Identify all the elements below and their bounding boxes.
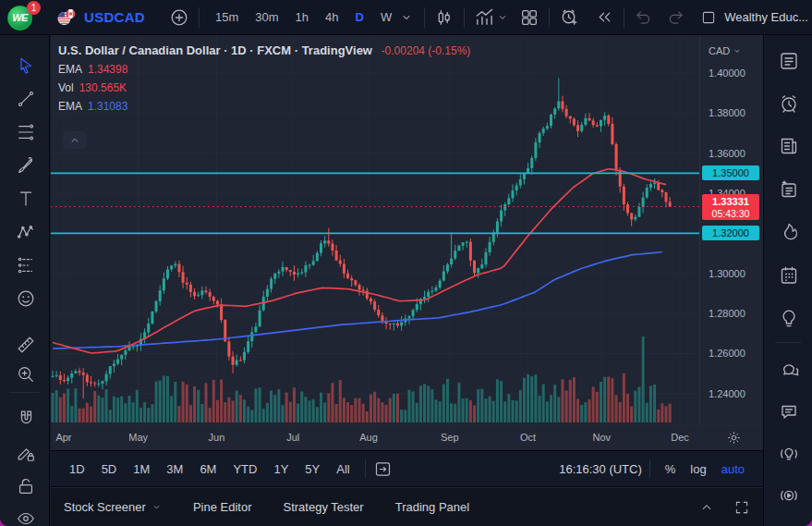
tradingview-window: WE 1 [0,0,812,526]
indicator-legend-row[interactable]: Vol130.565K [58,81,470,94]
price-tick: 1.40000 [709,67,745,79]
news-icon [778,135,800,157]
dialogs-icon [778,401,800,423]
tool-brush[interactable] [12,152,40,179]
tool-xabcd-pattern[interactable] [12,218,40,246]
emoji-icon [16,288,36,309]
range-1y[interactable]: 1Y [266,459,296,480]
tool-text-tool[interactable] [12,185,40,213]
drawing-tools-rail [0,35,50,526]
symbol-name: USDCAD [84,9,145,25]
timeframe-D[interactable]: D [349,6,370,28]
tool-magnet[interactable] [12,405,40,433]
range-6m[interactable]: 6M [192,459,224,480]
range-1m[interactable]: 1M [126,459,157,480]
symbol-selector[interactable]: USDCAD [55,6,145,29]
auto-scale-button[interactable]: auto [714,459,752,479]
tool-ruler[interactable] [12,331,40,359]
drawing-lock-icon [16,443,36,463]
legend-collapse-button[interactable] [63,131,87,149]
timeframe-W[interactable]: W [374,6,398,28]
bar-countdown: 05:43:30 [702,208,759,220]
watchlist-icon [778,50,800,72]
statusbar-pine-editor[interactable]: Pine Editor [193,500,252,514]
layout-name[interactable]: Wealthy Educ... [724,10,808,24]
range-5y[interactable]: 5Y [297,459,327,480]
timeframe-15m[interactable]: 15m [209,6,245,28]
chart-type-candles-icon[interactable] [434,7,454,28]
tool-emoji[interactable] [12,285,40,312]
statusbar-trading-panel[interactable]: Trading Panel [395,500,469,514]
panel-alerts[interactable] [774,89,803,117]
axis-settings-sun-icon[interactable] [726,430,742,446]
create-alert-icon[interactable] [559,6,580,28]
range-3m[interactable]: 3M [159,459,190,480]
indicator-legend-row[interactable]: EMA1.34398 [58,63,470,76]
go-to-date-icon[interactable] [373,459,393,479]
save-layout-checkbox-icon[interactable] [700,9,717,26]
indicator-value: 1.34398 [88,63,127,76]
panel-calendar[interactable] [774,261,803,289]
redo-icon[interactable] [666,7,685,27]
timeframe-4h[interactable]: 4h [319,6,345,28]
bar-replay-icon[interactable] [595,7,614,27]
toolbar-separator [649,459,650,478]
time-axis[interactable]: AprMayJunJulAugSepOctNovDec [51,425,763,450]
indicators-chevron-down-icon[interactable] [495,10,510,25]
undo-icon[interactable] [634,7,653,27]
percent-scale-button[interactable]: % [658,459,684,479]
tool-hide-all[interactable] [12,505,40,526]
panel-ideas-stream[interactable] [774,439,803,468]
ideas-stream-icon [778,443,800,465]
panel-ideas[interactable] [774,303,803,332]
notification-badge: 1 [27,1,41,15]
trend-line-icon [16,89,36,109]
price-axis-currency[interactable]: CAD [709,45,742,56]
range-all[interactable]: All [329,459,357,480]
panel-collapse-chevron-up-icon[interactable] [698,499,715,516]
indicator-legend-row[interactable]: EMA1.31083 [58,100,470,113]
fullscreen-icon[interactable] [733,499,750,516]
log-scale-button[interactable]: log [683,459,713,479]
timeframe-30m[interactable]: 30m [248,6,285,28]
panel-dialogs[interactable] [774,398,803,426]
month-tick: Oct [520,432,536,443]
timeframes-chevron-down-icon[interactable] [398,9,415,26]
compare-add-icon[interactable] [169,7,189,28]
panel-watchlist[interactable] [774,46,803,75]
tool-zoom-in[interactable] [12,361,40,388]
tool-forecast[interactable] [12,251,40,279]
clock-utc[interactable]: 16:16:30 (UTC) [559,462,642,476]
tool-cursor[interactable] [12,52,40,80]
price-tick: 1.38000 [709,107,745,118]
tool-lock-all[interactable] [12,472,40,500]
range-5d[interactable]: 5D [94,459,125,480]
price-axis[interactable]: CAD 1.400001.380001.360001.340001.300001… [699,35,763,425]
usd-cad-flags-icon [55,6,78,29]
statusbar-stock-screener[interactable]: Stock Screener [64,500,162,514]
range-1d[interactable]: 1D [62,459,92,480]
chart-legend: U.S. Dollar / Canadian Dollar · 1D · FXC… [58,43,470,113]
xabcd-pattern-icon [16,222,36,242]
toolbar-separator [464,7,465,28]
tool-fib-retracement[interactable] [12,118,40,146]
panel-streams[interactable] [774,481,803,509]
toolbar-separator [199,7,200,28]
indicator-value: 1.31083 [88,100,127,113]
broker-logo[interactable]: WE 1 [7,4,39,31]
indicators-icon[interactable] [474,6,495,28]
tool-trend-line[interactable] [12,85,40,113]
chart-title[interactable]: U.S. Dollar / Canadian Dollar · 1D · FXC… [58,43,372,57]
top-toolbar: WE 1 [0,0,812,35]
statusbar-strategy-tester[interactable]: Strategy Tester [283,500,363,514]
tool-drawing-lock[interactable] [12,439,40,467]
panel-news[interactable] [774,131,803,160]
chart-panel: U.S. Dollar / Canadian Dollar · 1D · FXC… [51,35,763,526]
timeframe-1h[interactable]: 1h [289,6,315,28]
panel-chats[interactable] [774,355,803,384]
range-ytd[interactable]: YTD [225,459,264,480]
panel-hotlists[interactable] [774,217,803,246]
toolbar-separator [365,459,366,478]
panel-text-notes[interactable] [774,175,803,203]
layout-grid-icon[interactable] [519,7,539,28]
